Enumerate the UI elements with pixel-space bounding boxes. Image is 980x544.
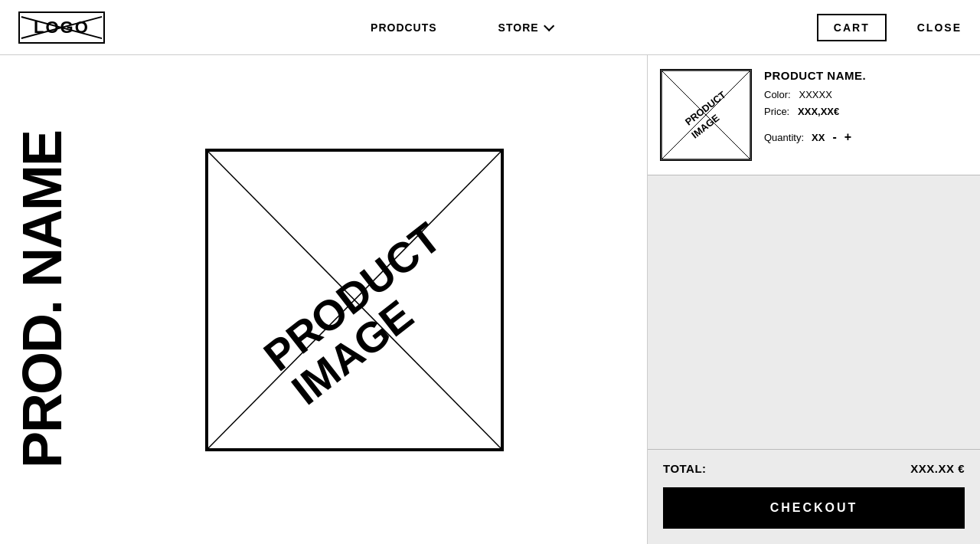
total-label: TOTAL:: [663, 462, 707, 475]
chevron-down-icon: [544, 20, 554, 31]
price-label: Price:: [764, 106, 789, 117]
main-content: PROD. NAME PRODUCT IMAGE: [0, 55, 980, 544]
cart-panel: PRODUCT IMAGE PRODUCT NAME. Color: XXXXX…: [647, 55, 980, 544]
product-section: PROD. NAME PRODUCT IMAGE: [0, 55, 647, 544]
cart-total-row: TOTAL: XXX.XX €: [663, 462, 965, 475]
total-value: XXX.XX €: [910, 462, 965, 475]
main-nav: PRODCUTS STORE: [371, 21, 551, 34]
color-label: Color:: [764, 89, 791, 100]
quantity-label: Quantity:: [764, 132, 804, 143]
logo-text: LOGO: [34, 18, 90, 37]
cart-item: PRODUCT IMAGE PRODUCT NAME. Color: XXXXX…: [648, 55, 980, 175]
cart-item-details: PRODUCT NAME. Color: XXXXX Price: XXX,XX…: [764, 69, 968, 143]
product-image: PRODUCT IMAGE: [205, 149, 504, 451]
cart-items-area: PRODUCT IMAGE PRODUCT NAME. Color: XXXXX…: [648, 55, 980, 449]
cart-button[interactable]: CART: [817, 14, 887, 41]
cart-item-color: Color: XXXXX: [764, 87, 968, 103]
quantity-increase-button[interactable]: +: [844, 131, 851, 143]
close-button[interactable]: CLOSE: [917, 21, 962, 34]
product-name-vertical: PROD. NAME: [0, 55, 84, 544]
checkout-button[interactable]: CHECKOUT: [663, 487, 965, 529]
logo[interactable]: LOGO: [18, 11, 105, 44]
quantity-decrease-button[interactable]: -: [832, 131, 836, 143]
cart-item-price: Price: XXX,XX€: [764, 103, 968, 120]
product-name: PROD. NAME: [18, 131, 67, 468]
nav-store-label: STORE: [498, 21, 539, 34]
cart-item-name: PRODUCT NAME.: [764, 69, 968, 82]
price-value: XXX,XX€: [798, 106, 839, 117]
cart-item-image: PRODUCT IMAGE: [660, 69, 752, 161]
quantity-value: XX: [812, 132, 825, 143]
color-value: XXXXX: [799, 89, 832, 100]
cart-footer: TOTAL: XXX.XX € CHECKOUT: [648, 449, 980, 544]
cart-quantity: Quantity: XX - +: [764, 131, 968, 143]
nav-store[interactable]: STORE: [498, 21, 551, 34]
site-header: LOGO PRODCUTS STORE CART CLOSE: [0, 0, 980, 55]
nav-products[interactable]: PRODCUTS: [371, 21, 437, 34]
